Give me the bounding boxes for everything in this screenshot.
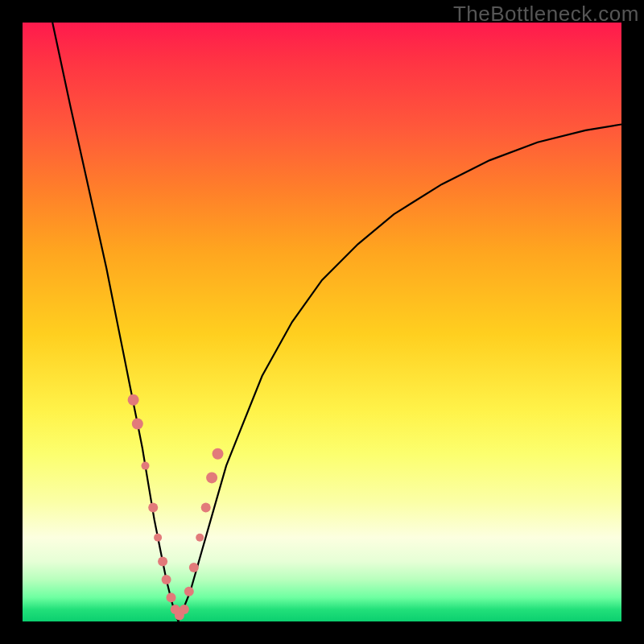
curve-right-branch [178,125,621,622]
data-marker [162,575,171,584]
data-marker [184,587,194,597]
data-marker [148,503,158,513]
data-marker [132,419,143,430]
data-marker [180,605,189,614]
curve-layer [23,23,621,621]
data-marker [142,462,150,470]
data-marker [196,534,204,542]
marker-group [128,394,224,621]
data-marker [167,592,176,602]
data-marker [206,472,217,483]
data-marker [128,394,139,406]
data-marker [154,534,162,542]
plot-area [23,23,621,621]
data-marker [201,503,211,513]
curve-left-branch [52,23,178,621]
data-marker [189,563,199,572]
data-marker [158,557,167,567]
chart-frame: TheBottleneck.com [0,0,644,644]
data-marker [213,448,224,460]
watermark-text: TheBottleneck.com [453,2,639,27]
